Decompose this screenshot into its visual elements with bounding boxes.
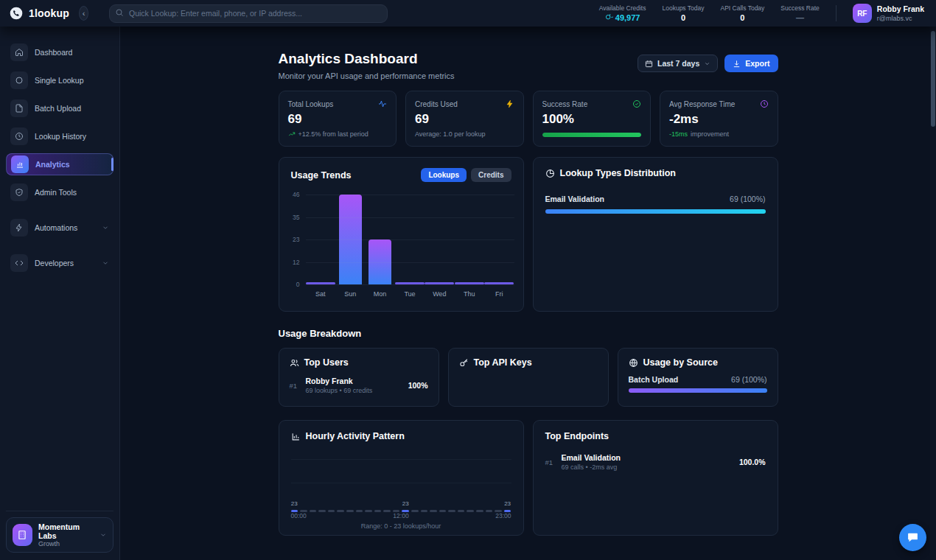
hour-segment-15 [430,500,437,512]
hour-segment-17 [448,500,455,512]
hour-value-label: 23 [291,500,298,508]
lookup-types-card: Lookup Types Distribution Email Validati… [533,157,778,312]
y-axis-tick: 23 [282,236,300,243]
hour-segment-18 [458,500,465,512]
stat-cards-row: Total Lookups 69 +12.5% from last period [279,91,778,147]
usage-trends-x-axis: SatSunMonTueWedThuFri [306,290,514,298]
lookup-type-value: 69 (100%) [730,195,765,203]
usage-breakdown-heading: Usage Breakdown [279,328,778,339]
top-user-row: #1 Robby Frank 69 lookups • 69 credits 1… [290,377,428,394]
scrollbar-thumb[interactable] [931,31,935,127]
building-icon [13,524,32,546]
hour-segment-11 [393,500,400,512]
sidebar-item-analytics[interactable]: Analytics [6,153,113,175]
success-rate-bar [542,133,642,137]
hourly-activity-card: Hourly Activity Pattern 232323 00:00 12:… [279,420,524,536]
topbar-stats: Available Credits 49,977 Lookups Today 0… [599,4,936,23]
x-axis-label: Thu [455,290,484,298]
sidebar-item-batch-upload[interactable]: Batch Upload [6,97,113,119]
lookup-type-bar [545,209,766,214]
shield-check-icon [10,183,28,201]
chevron-down-icon [704,60,710,67]
app-name: 1lookup [29,7,69,19]
toggle-lookups[interactable]: Lookups [421,168,467,182]
scrollbar-track[interactable] [930,27,936,560]
gridline [306,284,514,285]
zap-icon [10,219,28,237]
sidebar-item-single-lookup[interactable]: Single Lookup [6,69,113,91]
pie-chart-icon [545,169,555,178]
users-icon [290,358,299,368]
toggle-credits[interactable]: Credits [471,168,511,182]
clock-icon [10,127,28,145]
sidebar-item-developers[interactable]: Developers [6,252,113,274]
y-axis-tick: 35 [282,214,300,221]
gridline [291,483,511,483]
sidebar-item-lookup-history[interactable]: Lookup History [6,125,113,147]
divider [836,5,837,21]
hour-segment-19 [467,500,474,512]
coins-icon [605,14,613,22]
top-api-keys-card: Top API Keys [448,348,609,407]
top-endpoints-card: Top Endpoints #1 Email Validation 69 cal… [533,420,778,536]
available-credits-value: 49,977 [615,13,640,22]
hour-segment-8 [365,500,372,512]
user-menu[interactable]: RF Robby Frank r@mlabs.vc [853,4,929,23]
stat-card-total-lookups: Total Lookups 69 +12.5% from last period [279,91,397,147]
org-plan: Growth [38,540,94,547]
x-axis-label: Sun [335,290,365,298]
sidebar-footer: Momentum Labs Growth [6,511,113,553]
x-axis-label: Mon [365,290,394,298]
hourly-range-note: Range: 0 - 23 lookups/hour [279,522,523,530]
hour-segment-10 [383,500,391,512]
x-axis-label: Sat [306,290,335,298]
user-email: r@mlabs.vc [877,15,924,22]
export-button[interactable]: Export [724,55,778,72]
stat-card-avg-response: Avg Response Time -2ms -15ms improvement [660,91,778,147]
trending-up-icon [288,130,296,138]
calendar-icon [645,60,653,68]
quick-lookup-search [109,4,388,23]
hour-segment-4 [328,500,335,512]
hour-segment-6 [346,500,354,512]
download-icon [733,60,741,68]
date-range-button[interactable]: Last 7 days [638,55,718,72]
clock-icon [760,99,769,108]
hour-segment-7 [356,500,363,512]
source-label: Batch Upload [629,375,679,384]
code-icon [10,254,28,272]
usage-trends-title: Usage Trends [291,170,352,181]
sidebar-item-automations[interactable]: Automations [6,217,113,239]
search-input[interactable] [109,4,388,23]
page-subtitle: Monitor your API usage and performance m… [279,71,455,80]
org-name: Momentum Labs [38,522,94,540]
hour-segment-13 [411,500,419,512]
gridline [306,262,514,263]
hour-segment-23: 23 [504,500,511,512]
home-icon [10,43,28,61]
org-switcher[interactable]: Momentum Labs Growth [6,517,113,553]
search-icon [115,8,124,17]
x-axis-label: Wed [425,290,454,298]
chat-widget-button[interactable] [899,524,926,551]
activity-icon [378,99,387,108]
source-bar [629,388,767,393]
hourly-bars: 232323 [291,500,511,512]
logo-phone-icon [9,6,24,21]
sidebar-item-dashboard[interactable]: Dashboard [6,41,113,63]
page-title: Analytics Dashboard [279,51,455,67]
sidebar-item-admin-tools[interactable]: Admin Tools [6,181,113,203]
gridline [291,459,511,460]
stat-success-rate: Success Rate — [780,4,819,22]
zap-icon [506,99,514,108]
main-content: Analytics Dashboard Monitor your API usa… [120,27,936,560]
stat-available-credits: Available Credits 49,977 [599,4,646,22]
chevron-down-icon [102,224,109,231]
sidebar-collapse-button[interactable]: ‹ [79,6,88,21]
hour-segment-1 [300,500,307,512]
user-name: Robby Frank [877,4,924,14]
chevron-down-icon [102,259,109,267]
hour-value-label: 23 [504,500,511,508]
sidebar: Dashboard Single Lookup Batch Upload Loo… [0,27,120,560]
page-header: Analytics Dashboard Monitor your API usa… [279,51,778,80]
